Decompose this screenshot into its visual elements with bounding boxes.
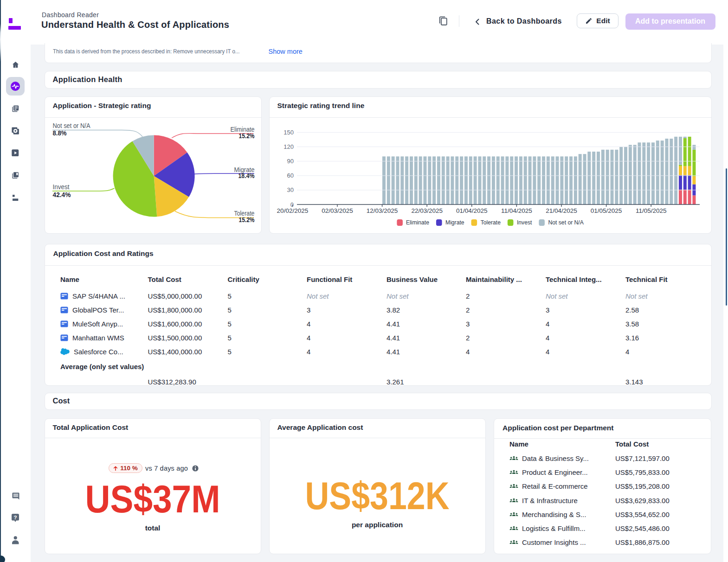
svg-text:15.2%: 15.2% <box>239 132 255 140</box>
svg-text:30: 30 <box>287 186 294 193</box>
svg-text:21/04/2025: 21/04/2025 <box>546 207 577 214</box>
svg-text:15.2%: 15.2% <box>239 216 255 224</box>
svg-text:18.4%: 18.4% <box>238 172 255 179</box>
svg-text:02/03/2025: 02/03/2025 <box>322 207 353 214</box>
svg-text:01/05/2025: 01/05/2025 <box>591 207 622 214</box>
svg-text:Invest: Invest <box>53 183 70 190</box>
svg-text:20/02/2025: 20/02/2025 <box>277 207 309 214</box>
svg-text:US$312K: US$312K <box>305 474 450 517</box>
svg-text:60: 60 <box>287 172 294 179</box>
svg-text:42.4%: 42.4% <box>53 191 71 198</box>
svg-text:11/05/2025: 11/05/2025 <box>636 207 667 214</box>
svg-text:90: 90 <box>287 158 294 165</box>
svg-text:?: ? <box>14 514 17 520</box>
svg-text:01/04/2025: 01/04/2025 <box>456 207 488 214</box>
svg-text:8.8%: 8.8% <box>53 129 67 137</box>
svg-text:Not set or N/A: Not set or N/A <box>53 121 90 129</box>
svg-text:120: 120 <box>283 143 294 150</box>
svg-text:22/03/2025: 22/03/2025 <box>411 207 443 214</box>
svg-text:US$37M: US$37M <box>85 478 220 521</box>
svg-text:12/03/2025: 12/03/2025 <box>367 207 398 214</box>
svg-text:11/04/2025: 11/04/2025 <box>501 207 532 214</box>
svg-text:150: 150 <box>283 129 294 136</box>
